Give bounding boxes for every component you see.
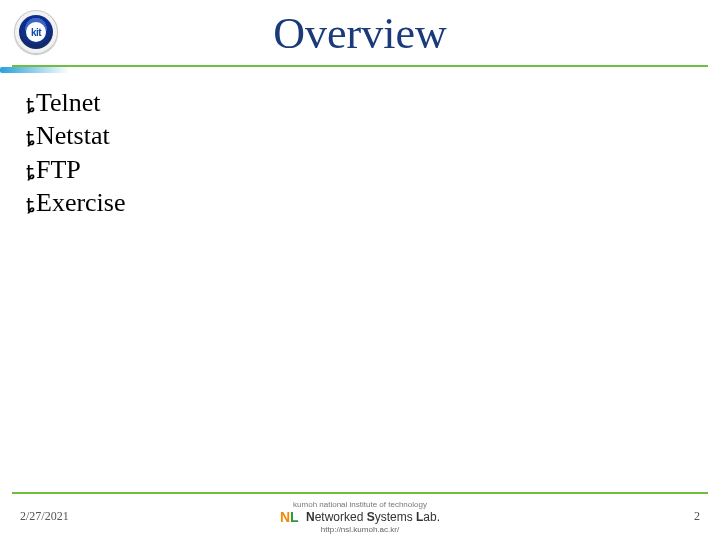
list-item: ȶ Telnet — [26, 86, 694, 119]
list-item: ȶ Netstat — [26, 119, 694, 152]
footer-lab-row: N L Networked Systems Lab. — [280, 510, 440, 526]
list-item: ȶ Exercise — [26, 186, 694, 219]
footer-logo-block: kumoh national institute of technology N… — [280, 501, 440, 534]
bullet-text: Telnet — [36, 86, 101, 119]
footer-institute: kumoh national institute of technology — [280, 501, 440, 509]
bullet-icon: ȶ — [26, 193, 34, 219]
nl-n-glyph: N — [280, 510, 290, 525]
bullet-icon: ȶ — [26, 93, 34, 119]
slide: kit Overview ȶ Telnet ȶ Netstat ȶ FTP ȶ … — [0, 0, 720, 540]
footer-divider — [12, 492, 708, 494]
bullet-icon: ȶ — [26, 126, 34, 152]
title-underline — [0, 63, 720, 73]
bullet-icon: ȶ — [26, 160, 34, 186]
page-title: Overview — [0, 8, 720, 59]
bullet-text: Exercise — [36, 186, 126, 219]
footer-date: 2/27/2021 — [20, 509, 69, 524]
nl-l-glyph: L — [290, 510, 299, 525]
list-item: ȶ FTP — [26, 153, 694, 186]
footer-lab-name: Networked Systems Lab. — [306, 511, 440, 524]
bullet-text: FTP — [36, 153, 81, 186]
bullet-text: Netstat — [36, 119, 110, 152]
bullet-list: ȶ Telnet ȶ Netstat ȶ FTP ȶ Exercise — [26, 86, 694, 219]
footer-url: http://nsl.kumoh.ac.kr/ — [280, 526, 440, 534]
page-number: 2 — [694, 509, 700, 524]
nl-mark-icon: N L — [280, 510, 300, 526]
underline-cyan-accent — [0, 67, 70, 73]
underline-green — [12, 65, 708, 67]
